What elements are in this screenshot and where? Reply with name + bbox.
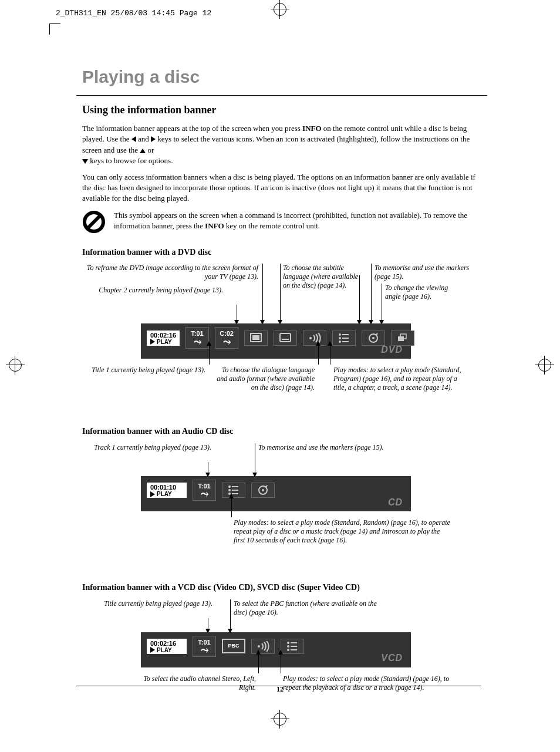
cd-brand-label: CD — [388, 496, 403, 509]
vcd-info-banner: 00:02:16 PLAY T:01⤳ PBC VCD — [141, 632, 411, 667]
svg-point-26 — [287, 642, 289, 644]
audio-icon — [251, 639, 275, 654]
page-number: 12 — [0, 684, 560, 694]
time-play-cell: 00:01:10 PLAY — [147, 483, 187, 498]
audio-icon — [303, 331, 326, 346]
svg-point-24 — [262, 489, 264, 491]
svg-rect-4 — [280, 333, 291, 342]
callout-markers: To memorise and use the markers (page 15… — [375, 264, 480, 281]
callout-cd-markers: To memorise and use the markers (page 15… — [258, 443, 440, 452]
marker-icon — [251, 483, 275, 498]
svg-point-6 — [309, 337, 312, 339]
callout-pbc: To select the PBC function (where availa… — [234, 599, 380, 617]
callout-track: Track 1 currently being played (page 13)… — [82, 443, 211, 452]
down-arrow-icon — [82, 159, 88, 164]
playmode-icon — [281, 639, 304, 654]
svg-rect-3 — [252, 335, 259, 340]
title-cell: T:01⤳ — [185, 327, 209, 348]
cd-heading: Information banner with an Audio CD disc — [82, 426, 481, 437]
svg-point-17 — [228, 485, 231, 488]
divider — [76, 95, 487, 96]
right-arrow-icon — [151, 136, 156, 142]
vcd-brand-label: VCD — [381, 652, 403, 665]
callout-title: Title 1 currently being played (page 13)… — [82, 366, 205, 375]
svg-point-27 — [287, 645, 289, 648]
playmode-icon — [332, 331, 356, 346]
callout-playmodes: Play modes: to select a play mode (Stand… — [333, 366, 468, 392]
svg-point-28 — [287, 649, 289, 651]
dvd-info-banner: 00:02:16 PLAY T:01⤳ C:02⤳ DVD — [141, 323, 411, 359]
paragraph: The information banner appears at the to… — [82, 123, 481, 166]
up-arrow-icon — [140, 149, 146, 153]
screen-format-icon — [244, 331, 268, 346]
title-cell: T:01⤳ — [193, 636, 216, 657]
prohibit-icon — [82, 210, 106, 234]
callout-subtitle: To choose the subtitle language (where a… — [283, 264, 365, 290]
crop-header: 2_DTH311_EN 25/08/03 14:45 Page 12 — [56, 8, 211, 19]
left-arrow-icon — [131, 136, 136, 142]
svg-point-18 — [228, 489, 231, 491]
svg-point-7 — [339, 333, 341, 336]
svg-point-25 — [258, 645, 260, 648]
callout-cd-playmodes: Play modes: to select a play mode (Stand… — [234, 518, 451, 545]
svg-point-8 — [339, 337, 341, 339]
pbc-cell: PBC — [222, 639, 245, 653]
svg-line-1 — [87, 215, 100, 228]
page-title: Playing a disc — [82, 65, 481, 89]
playmode-icon — [222, 483, 245, 498]
vcd-heading: Information banner with a VCD disc (Vide… — [82, 582, 481, 593]
registration-mark-right — [535, 356, 554, 375]
callout-reframe: To reframe the DVD image according to th… — [82, 264, 258, 281]
note-text: This symbol appears on the screen when a… — [114, 210, 481, 231]
paragraph: You can only access information banners … — [82, 172, 481, 204]
dvd-heading: Information banner with a DVD disc — [82, 247, 481, 258]
callout-angle: To change the viewing angle (page 16). — [385, 284, 461, 301]
dvd-brand-label: DVD — [381, 343, 403, 356]
corner-mark — [49, 23, 60, 35]
time-play-cell: 00:02:16 PLAY — [147, 331, 180, 346]
registration-mark-top — [271, 0, 289, 19]
registration-mark-left — [6, 356, 25, 375]
chapter-cell: C:02⤳ — [215, 327, 238, 348]
time-play-cell: 00:02:16 PLAY — [147, 639, 187, 654]
section-heading: Using the information banner — [82, 103, 481, 117]
callout-chapter: Chapter 2 currently being played (page 1… — [82, 286, 223, 295]
svg-point-14 — [372, 337, 375, 339]
title-cell: T:01⤳ — [193, 480, 216, 501]
callout-vcd-title: Title currently being played (page 13). — [82, 599, 212, 608]
svg-point-9 — [339, 340, 341, 343]
subtitle-icon — [274, 331, 297, 346]
callout-dialogue: To choose the dialogue language and audi… — [216, 366, 315, 392]
cd-info-banner: 00:01:10 PLAY T:01⤳ CD — [141, 476, 411, 511]
